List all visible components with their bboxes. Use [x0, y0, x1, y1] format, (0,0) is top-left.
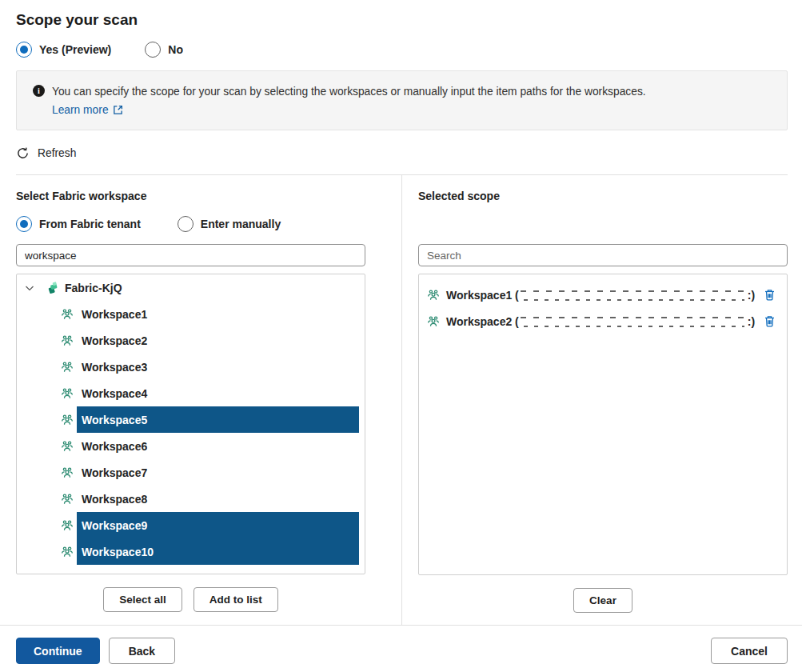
workspace-group-icon [61, 308, 74, 321]
left-panel-actions: Select all Add to list [16, 587, 365, 612]
workspace-group-icon [61, 466, 74, 479]
select-workspace-panel: Select Fabric workspace From Fabric tena… [16, 175, 402, 625]
tree-item-workspace9[interactable]: Workspace9 [17, 512, 365, 538]
trash-icon [763, 314, 776, 328]
tree-item-label: Workspace4 [82, 387, 147, 400]
radio-no-label: No [168, 43, 183, 56]
selected-scope-item-label: Workspace1 (:) [446, 289, 755, 302]
enter-manually-label: Enter manually [201, 218, 281, 230]
selected-scope-list: Workspace1 (:) Workspace2 (:) [418, 274, 788, 575]
workspace-group-icon [61, 387, 74, 400]
workspace-group-icon [61, 546, 74, 558]
workspace-group-icon [427, 315, 440, 328]
clear-button[interactable]: Clear [573, 588, 632, 613]
tree-item-workspace10[interactable]: Workspace10 [17, 538, 365, 565]
scope-scan-page: Scope your scan Yes (Preview) No You can… [0, 11, 802, 625]
continue-button[interactable]: Continue [16, 638, 100, 664]
radio-from-fabric-tenant[interactable]: From Fabric tenant [16, 216, 141, 232]
scope-toggle-group: Yes (Preview) No [16, 42, 788, 58]
tree-item-workspace6[interactable]: Workspace6 [17, 433, 365, 459]
refresh-button[interactable]: Refresh [16, 146, 76, 160]
radio-enter-manually[interactable]: Enter manually [178, 216, 281, 232]
cancel-button[interactable]: Cancel [711, 638, 788, 664]
tree-item-label: Workspace9 [82, 519, 147, 532]
chevron-down-icon[interactable] [23, 282, 36, 294]
tree-item-workspace7[interactable]: Workspace7 [17, 459, 365, 486]
refresh-icon [16, 146, 30, 160]
fabric-logo-icon [46, 282, 59, 294]
workspace-source-group: From Fabric tenant Enter manually [16, 216, 365, 232]
selected-scope-item-workspace1[interactable]: Workspace1 (:) [419, 282, 787, 308]
workspace-filter-input[interactable] [16, 244, 365, 266]
refresh-label: Refresh [38, 147, 76, 159]
info-banner: You can specify the scope for your scan … [16, 70, 788, 130]
tree-root-fabric-tenant[interactable]: Fabric-KjQ [17, 274, 365, 301]
workspace-group-icon [61, 493, 74, 506]
selected-scope-search-input[interactable] [418, 244, 788, 266]
tree-item-workspace4[interactable]: Workspace4 [17, 380, 365, 406]
tree-item-label: Workspace1 [82, 308, 147, 321]
back-button[interactable]: Back [109, 638, 175, 664]
radio-unselected-icon [178, 216, 194, 232]
right-panel-actions: Clear [418, 588, 788, 613]
radio-yes-label: Yes (Preview) [39, 43, 111, 56]
select-all-button[interactable]: Select all [103, 587, 182, 612]
external-link-icon [113, 105, 123, 115]
selected-scope-item-label: Workspace2 (:) [446, 315, 755, 328]
right-panel-heading: Selected scope [418, 190, 788, 202]
info-icon [33, 85, 45, 97]
footer-bar: Continue Back Cancel [0, 625, 802, 670]
tree-item-label: Workspace6 [82, 440, 147, 453]
tree-item-label: Workspace5 [82, 414, 147, 426]
page-title: Scope your scan [16, 11, 788, 29]
workspace-group-icon [61, 519, 74, 532]
workspace-group-icon [61, 361, 74, 374]
tree-item-label: Workspace10 [82, 546, 154, 558]
tree-item-label: Workspace2 [82, 334, 147, 347]
radio-selected-icon [16, 216, 32, 232]
radio-yes-preview[interactable]: Yes (Preview) [16, 42, 111, 58]
tree-item-workspace5[interactable]: Workspace5 [17, 406, 365, 433]
tree-item-workspace8[interactable]: Workspace8 [17, 486, 365, 512]
redacted-workspace-id [521, 290, 746, 301]
workspace-group-icon [427, 289, 440, 302]
learn-more-link[interactable]: Learn more [52, 101, 123, 119]
workspace-tree: Fabric-KjQ Workspace1 Workspace2 Workspa… [16, 274, 365, 574]
workspace-group-icon [61, 334, 74, 347]
radio-selected-icon [16, 42, 32, 58]
workspace-group-icon [61, 414, 74, 426]
tree-item-label: Workspace8 [82, 493, 147, 506]
tree-item-label: Workspace3 [82, 361, 147, 374]
from-fabric-tenant-label: From Fabric tenant [39, 218, 141, 230]
learn-more-label: Learn more [52, 101, 109, 119]
radio-no[interactable]: No [145, 42, 183, 58]
redacted-workspace-id [521, 317, 746, 327]
add-to-list-button[interactable]: Add to list [194, 587, 278, 612]
selected-scope-item-workspace2[interactable]: Workspace2 (:) [419, 308, 787, 334]
delete-workspace1-button[interactable] [763, 288, 776, 302]
left-panel-heading: Select Fabric workspace [16, 190, 365, 202]
tree-item-label: Workspace7 [82, 466, 147, 479]
radio-unselected-icon [145, 42, 161, 58]
scan-scope-columns: Select Fabric workspace From Fabric tena… [16, 175, 788, 625]
tree-root-label: Fabric-KjQ [65, 282, 122, 294]
tree-item-workspace1[interactable]: Workspace1 [17, 301, 365, 327]
delete-workspace2-button[interactable] [763, 314, 776, 328]
info-banner-message: You can specify the scope for your scan … [52, 82, 646, 101]
trash-icon [763, 288, 776, 302]
selected-scope-panel: Selected scope Workspace1 (:) [402, 175, 788, 625]
tree-item-workspace3[interactable]: Workspace3 [17, 354, 365, 380]
workspace-group-icon [61, 440, 74, 453]
tree-item-workspace2[interactable]: Workspace2 [17, 327, 365, 354]
